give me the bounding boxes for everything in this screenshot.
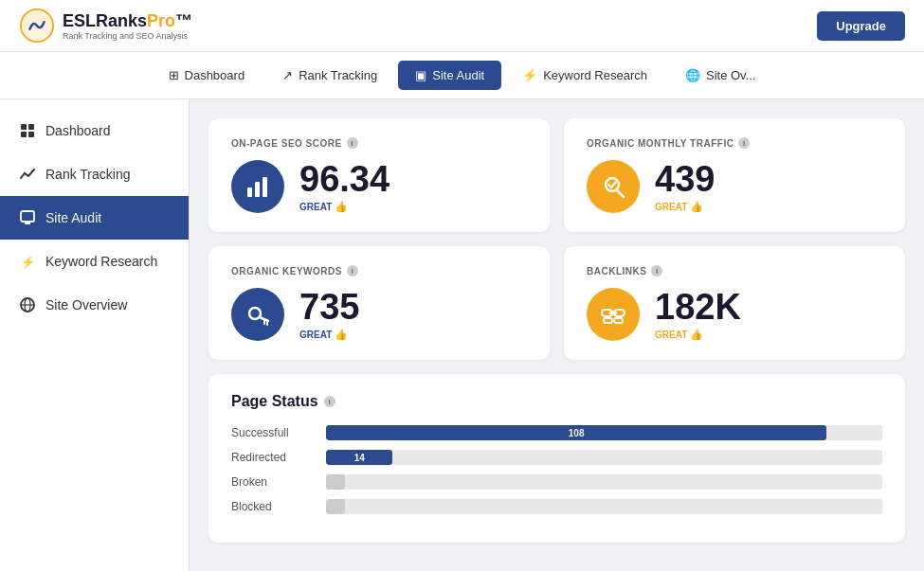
trending-up-icon: ↗ <box>282 68 293 82</box>
brand-name: ESLRanksPro™ <box>63 11 192 31</box>
page-status-title: Page Status i <box>231 393 882 410</box>
logo: ESLRanksPro™ Rank Tracking and SEO Analy… <box>19 8 192 44</box>
status-row-successful: Successfull 108 <box>231 425 882 440</box>
status-label-successful: Successfull <box>231 426 317 439</box>
organic-traffic-icon-circle <box>587 160 640 213</box>
status-bar-successful: 108 <box>326 425 826 440</box>
backlinks-value: 182K <box>655 289 741 325</box>
status-bar-redirected: 14 <box>326 450 392 465</box>
svg-rect-2 <box>21 124 27 130</box>
organic-traffic-info-icon[interactable]: i <box>738 137 750 149</box>
brand-tagline: Rank Tracking and SEO Analysis <box>63 31 192 41</box>
backlinks-info-icon[interactable]: i <box>651 265 662 277</box>
rank-tracking-sidebar-icon <box>19 166 36 183</box>
nav-item-dashboard[interactable]: ⊞ Dashboard <box>152 61 263 90</box>
nav-item-rank-tracking[interactable]: ↗ Rank Tracking <box>265 61 394 90</box>
organic-keywords-card: ORGANIC KEYWORDS i 735 <box>208 246 550 360</box>
organic-keywords-value: 735 <box>299 289 359 325</box>
status-label-redirected: Redirected <box>231 451 317 464</box>
thumbs-up-icon: 👍 <box>335 201 348 213</box>
logo-icon <box>19 8 55 44</box>
organic-traffic-title: ORGANIC MONTHLY TRAFFIC i <box>587 137 882 149</box>
nav-label-site-overview: Site Ov... <box>706 68 756 82</box>
key-icon <box>244 300 272 329</box>
sidebar-label-keyword-research: Keyword Research <box>45 254 157 269</box>
svg-rect-5 <box>28 132 34 137</box>
on-page-seo-title: ON-PAGE SEO SCORE i <box>231 137 527 149</box>
site-audit-sidebar-icon <box>19 209 36 226</box>
sidebar-item-keyword-research[interactable]: ⚡ Keyword Research <box>0 240 189 283</box>
backlinks-card: BACKLINKS i 182K <box>564 246 905 360</box>
svg-rect-6 <box>21 211 34 222</box>
sidebar-label-rank-tracking: Rank Tracking <box>45 167 130 182</box>
status-label-broken: Broken <box>231 475 317 489</box>
monitor-icon: ▣ <box>415 68 426 82</box>
status-row-broken: Broken <box>231 474 882 490</box>
keyword-research-sidebar-icon: ⚡ <box>19 253 36 270</box>
status-label-blocked: Blocked <box>231 500 317 513</box>
status-row-blocked: Blocked <box>231 499 882 514</box>
on-page-seo-status: GREAT 👍 <box>299 201 390 213</box>
status-bar-redirected-container: 14 <box>326 450 882 465</box>
backlinks-title: BACKLINKS i <box>587 265 882 277</box>
svg-line-17 <box>617 190 624 197</box>
svg-rect-4 <box>21 132 27 137</box>
on-page-seo-icon-circle <box>231 160 284 213</box>
dashboard-sidebar-icon <box>19 122 36 139</box>
sidebar: Dashboard Rank Tracking Site Audit ⚡ Key… <box>0 99 190 571</box>
svg-text:⚡: ⚡ <box>21 255 35 269</box>
status-bar-successful-container: 108 <box>326 425 882 440</box>
thumbs-up-orange-icon: 👍 <box>690 201 703 213</box>
translate-icon: ⚡ <box>522 68 537 82</box>
main-content: ON-PAGE SEO SCORE i 96.34 GRE <box>190 99 924 571</box>
organic-keywords-title: ORGANIC KEYWORDS i <box>231 265 527 277</box>
sidebar-label-site-overview: Site Overview <box>45 297 127 312</box>
nav-label-rank-tracking: Rank Tracking <box>299 68 377 82</box>
backlinks-status: GREAT 👍 <box>655 329 741 341</box>
grid-icon: ⊞ <box>169 68 179 82</box>
thumbs-up-kw-icon: 👍 <box>335 329 348 341</box>
status-bar-blocked-container <box>326 499 882 514</box>
search-chart-icon <box>599 172 627 201</box>
sidebar-label-site-audit: Site Audit <box>45 210 101 225</box>
nav-item-keyword-research[interactable]: ⚡ Keyword Research <box>505 61 664 90</box>
organic-keywords-icon-circle <box>231 288 284 341</box>
svg-rect-25 <box>604 318 612 323</box>
status-bar-broken-container <box>326 474 882 490</box>
nav-item-site-overview[interactable]: 🌐 Site Ov... <box>668 61 773 90</box>
svg-rect-14 <box>255 182 260 197</box>
thumbs-up-bl-icon: 👍 <box>690 329 703 341</box>
nav-item-site-audit[interactable]: ▣ Site Audit <box>398 61 501 90</box>
backlinks-icon-circle <box>587 288 640 341</box>
organic-keywords-info-icon[interactable]: i <box>347 265 358 277</box>
svg-rect-15 <box>263 177 267 197</box>
page-status-card: Page Status i Successfull 108 Redirected… <box>208 374 905 543</box>
nav-label-dashboard: Dashboard <box>185 68 245 82</box>
sidebar-item-rank-tracking[interactable]: Rank Tracking <box>0 152 189 196</box>
site-overview-sidebar-icon <box>19 296 36 313</box>
globe-icon: 🌐 <box>685 68 700 82</box>
organic-traffic-value: 439 <box>655 161 715 197</box>
on-page-seo-value: 96.34 <box>299 161 390 197</box>
svg-rect-13 <box>247 187 252 197</box>
status-row-redirected: Redirected 14 <box>231 450 882 465</box>
nav-label-site-audit: Site Audit <box>432 68 484 82</box>
svg-rect-26 <box>614 318 623 323</box>
organic-keywords-status: GREAT 👍 <box>299 329 359 341</box>
on-page-seo-card: ON-PAGE SEO SCORE i 96.34 GRE <box>208 118 550 232</box>
links-icon <box>599 300 627 329</box>
sidebar-item-site-overview[interactable]: Site Overview <box>0 283 189 327</box>
upgrade-button[interactable]: Upgrade <box>817 11 905 41</box>
bar-chart-icon <box>244 172 272 201</box>
nav-bar: ⊞ Dashboard ↗ Rank Tracking ▣ Site Audit… <box>0 52 924 99</box>
status-bar-blocked <box>326 499 345 514</box>
status-bar-broken <box>326 474 345 490</box>
sidebar-item-dashboard[interactable]: Dashboard <box>0 109 189 152</box>
page-status-info-icon[interactable]: i <box>324 396 335 407</box>
on-page-seo-info-icon[interactable]: i <box>347 137 358 149</box>
nav-label-keyword-research: Keyword Research <box>543 68 647 82</box>
organic-traffic-card: ORGANIC MONTHLY TRAFFIC i 439 <box>564 118 905 232</box>
sidebar-label-dashboard: Dashboard <box>45 123 111 138</box>
svg-rect-3 <box>28 124 34 130</box>
sidebar-item-site-audit[interactable]: Site Audit <box>0 196 189 240</box>
